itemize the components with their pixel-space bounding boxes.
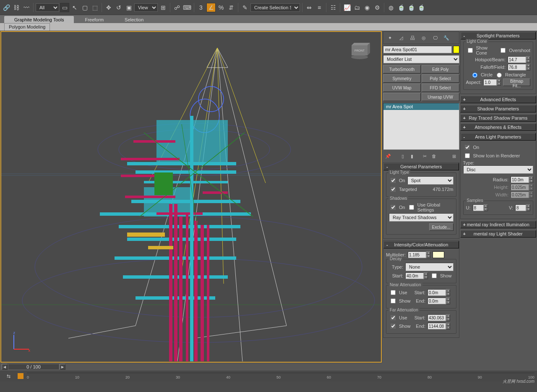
trash-icon[interactable]: 🗑: [430, 153, 438, 159]
ref-coord-dropdown[interactable]: View: [134, 3, 158, 12]
v-input[interactable]: [515, 204, 526, 211]
rollout-header-shadow-params[interactable]: +Shadow Parameters: [460, 105, 537, 112]
pin-stack-icon[interactable]: 📌: [384, 153, 392, 159]
teapot-render3-icon[interactable]: 🍵: [417, 3, 426, 12]
stack-item[interactable]: mr Area Spot: [383, 103, 459, 110]
radius-input[interactable]: [511, 176, 529, 183]
near-end-input[interactable]: [428, 298, 446, 304]
configure-sets-icon[interactable]: ⊞: [451, 153, 458, 159]
aspect-input[interactable]: [483, 79, 497, 86]
use-global-checkbox[interactable]: [409, 205, 414, 210]
far-use-checkbox[interactable]: [391, 315, 396, 320]
near-use-checkbox[interactable]: [391, 290, 396, 295]
angle-snap-icon[interactable]: ∠: [206, 3, 216, 12]
near-show-checkbox[interactable]: [391, 298, 396, 303]
motion-tab-icon[interactable]: ◎: [419, 33, 429, 42]
falloff-input[interactable]: [508, 64, 526, 71]
object-name-input[interactable]: [383, 46, 452, 53]
modify-tab-icon[interactable]: ◿: [396, 33, 406, 42]
keyboard-icon[interactable]: ⌨: [182, 3, 192, 12]
render-setup-icon[interactable]: ⚙: [373, 3, 382, 12]
key-mode-icon[interactable]: ⇆: [3, 372, 14, 380]
decay-start-input[interactable]: [405, 272, 424, 279]
teapot-render-icon[interactable]: 🍵: [396, 3, 406, 12]
exclude-button[interactable]: Exclude...: [429, 223, 454, 231]
cone-circle-radio[interactable]: [472, 73, 477, 78]
overshoot-checkbox[interactable]: [501, 48, 506, 53]
cursor-icon[interactable]: ↖: [70, 3, 79, 12]
ribbon-tab-graphite[interactable]: Graphite Modeling Tools: [4, 16, 74, 23]
object-color-swatch[interactable]: [453, 46, 459, 53]
decay-type-dropdown[interactable]: None: [405, 263, 454, 271]
render-frame-icon[interactable]: ◍: [386, 3, 396, 12]
wave-icon[interactable]: 〰: [22, 3, 31, 12]
show-cone-checkbox[interactable]: [468, 48, 473, 53]
mod-ffdselect-button[interactable]: FFD Select: [422, 84, 459, 92]
rollout-header-raytrace-shadow[interactable]: +Ray Traced Shadow Params: [460, 114, 537, 122]
rotate-icon[interactable]: ↺: [114, 3, 123, 12]
move-icon[interactable]: ✥: [104, 3, 113, 12]
manip-icon[interactable]: ☍: [172, 3, 182, 12]
display-tab-icon[interactable]: 🖵: [430, 33, 440, 42]
remove-mod-icon[interactable]: ✂: [421, 153, 428, 159]
viewport[interactable]: FRONT: [0, 31, 382, 363]
shadow-type-dropdown[interactable]: Ray Traced Shadows: [389, 213, 454, 222]
link-icon[interactable]: 🔗: [2, 3, 11, 12]
select-region-icon[interactable]: ▢: [80, 3, 89, 12]
ribbon-tab-selection[interactable]: Selection: [115, 16, 154, 23]
rollout-header-mr-shader[interactable]: +mental ray Light Shader: [460, 230, 537, 238]
mirror-icon[interactable]: ⇔: [305, 3, 314, 12]
hotspot-input[interactable]: [508, 56, 526, 63]
create-tab-icon[interactable]: ✦: [385, 33, 395, 42]
far-start-input[interactable]: [428, 314, 446, 321]
rollout-header-area-light[interactable]: -Area Light Parameters: [461, 133, 536, 141]
timeline-marker[interactable]: [18, 373, 23, 379]
align-icon[interactable]: ≡: [315, 3, 324, 12]
material-editor-icon[interactable]: ◉: [362, 3, 372, 12]
mod-symmetry-button[interactable]: Symmetry: [383, 74, 421, 83]
mod-polyselect-button[interactable]: Poly Select: [422, 74, 459, 83]
light-type-dropdown[interactable]: Spot: [407, 176, 454, 185]
area-height-input[interactable]: [511, 184, 529, 191]
multiplier-input[interactable]: [408, 251, 426, 258]
area-type-dropdown[interactable]: Disc: [463, 165, 534, 174]
rollout-header-spotlight[interactable]: -Spotlight Parameters: [461, 32, 536, 39]
shadows-on-checkbox[interactable]: [391, 205, 396, 210]
far-show-checkbox[interactable]: [391, 324, 396, 329]
pivot-icon[interactable]: ⊞: [159, 3, 168, 12]
utilities-tab-icon[interactable]: 🔧: [441, 33, 451, 42]
far-end-input[interactable]: [428, 323, 446, 329]
scroll-left-button[interactable]: ◀: [2, 364, 8, 370]
rollout-header-intensity[interactable]: -Intensity/Color/Attenuation: [383, 241, 459, 248]
curve-editor-icon[interactable]: 📈: [342, 3, 352, 12]
show-end-result-icon[interactable]: ▯: [399, 153, 407, 159]
mod-editpoly-button[interactable]: Edit Poly: [422, 65, 459, 73]
lasso-icon[interactable]: ⬚: [90, 3, 99, 12]
light-color-swatch[interactable]: [433, 251, 444, 258]
rollout-header-atmos[interactable]: +Atmospheres & Effects: [460, 123, 537, 131]
decay-show-checkbox[interactable]: [432, 273, 437, 278]
rollout-header-mr-indirect[interactable]: +mental ray Indirect Illumination: [460, 221, 537, 228]
selection-filter-dropdown[interactable]: All: [36, 3, 59, 12]
mod-unwrapuvw-button[interactable]: Unwrap UVW: [422, 93, 459, 101]
named-selection-dropdown[interactable]: Create Selection Se: [250, 3, 300, 12]
light-on-checkbox[interactable]: [391, 178, 396, 183]
snap3-icon[interactable]: 3: [196, 3, 206, 12]
area-on-checkbox[interactable]: [465, 145, 470, 150]
spinner-snap-icon[interactable]: ⇵: [227, 3, 236, 12]
scale-icon[interactable]: ▣: [124, 3, 133, 12]
ribbon-tab-freeform[interactable]: Freeform: [75, 16, 114, 23]
mod-blank-button[interactable]: [383, 93, 421, 101]
layers-icon[interactable]: ☷: [328, 3, 338, 12]
select-object-icon[interactable]: ▭: [60, 3, 69, 12]
unlink-icon[interactable]: ⛓: [12, 3, 21, 12]
area-width-input[interactable]: [511, 191, 529, 198]
cone-rect-radio[interactable]: [497, 73, 502, 78]
targeted-checkbox[interactable]: [391, 187, 396, 192]
hierarchy-tab-icon[interactable]: 品: [407, 33, 417, 42]
mod-uvwmap-button[interactable]: UVW Map: [383, 84, 421, 92]
modifier-stack[interactable]: mr Area Spot: [383, 103, 459, 150]
mod-turbosmooth-button[interactable]: TurboSmooth: [383, 65, 421, 73]
u-input[interactable]: [473, 204, 484, 211]
subtab-polygon-modeling[interactable]: Polygon Modeling: [4, 23, 50, 31]
